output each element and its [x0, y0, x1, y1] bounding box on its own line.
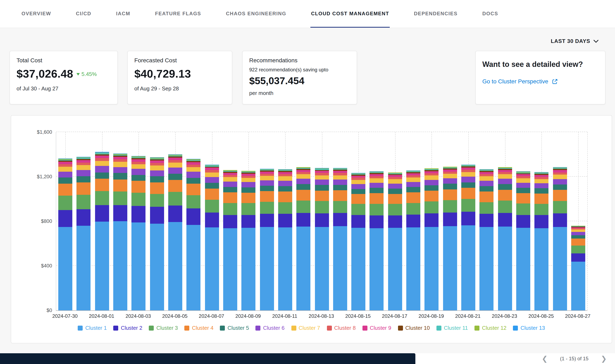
segment-cluster-1[interactable]	[58, 227, 72, 310]
segment-cluster-6[interactable]	[95, 166, 109, 172]
segment-cluster-6[interactable]	[516, 183, 530, 188]
segment-cluster-3[interactable]	[443, 200, 457, 213]
segment-cluster-9[interactable]	[77, 160, 91, 163]
bar-2024-07-31[interactable]	[77, 132, 91, 310]
segment-cluster-2[interactable]	[113, 205, 127, 221]
segment-cluster-4[interactable]	[168, 180, 182, 192]
segment-cluster-7[interactable]	[498, 174, 512, 179]
segment-cluster-5[interactable]	[370, 188, 384, 193]
segment-cluster-2[interactable]	[553, 213, 567, 227]
segment-cluster-1[interactable]	[498, 227, 512, 310]
segment-cluster-6[interactable]	[150, 170, 164, 176]
segment-cluster-8[interactable]	[516, 176, 530, 178]
segment-cluster-7[interactable]	[388, 179, 402, 184]
segment-cluster-5[interactable]	[443, 184, 457, 189]
segment-cluster-5[interactable]	[571, 235, 585, 239]
segment-cluster-9[interactable]	[168, 158, 182, 160]
segment-cluster-7[interactable]	[205, 172, 219, 177]
segment-cluster-9[interactable]	[296, 170, 310, 172]
segment-cluster-5[interactable]	[205, 183, 219, 188]
segment-cluster-9[interactable]	[534, 175, 548, 177]
segment-cluster-8[interactable]	[132, 162, 146, 164]
segment-cluster-1[interactable]	[150, 224, 164, 310]
segment-cluster-5[interactable]	[553, 184, 567, 190]
segment-cluster-4[interactable]	[132, 181, 146, 193]
segment-cluster-6[interactable]	[351, 184, 365, 189]
segment-cluster-5[interactable]	[351, 189, 365, 194]
bar-2024-08-06[interactable]	[187, 132, 201, 310]
bar-2024-08-11[interactable]	[278, 132, 292, 310]
segment-cluster-5[interactable]	[113, 173, 127, 179]
segment-cluster-1[interactable]	[77, 226, 91, 310]
page-next-icon[interactable]: ❯	[601, 355, 607, 362]
segment-cluster-7[interactable]	[296, 174, 310, 179]
segment-cluster-1[interactable]	[95, 222, 109, 310]
segment-cluster-5[interactable]	[461, 182, 475, 188]
segment-cluster-7[interactable]	[480, 176, 494, 181]
segment-cluster-9[interactable]	[205, 168, 219, 170]
segment-cluster-7[interactable]	[315, 175, 329, 180]
segment-cluster-3[interactable]	[370, 204, 384, 215]
segment-cluster-2[interactable]	[571, 253, 585, 262]
segment-cluster-5[interactable]	[534, 188, 548, 194]
segment-cluster-7[interactable]	[553, 175, 567, 179]
segment-cluster-3[interactable]	[205, 200, 219, 213]
segment-cluster-7[interactable]	[370, 179, 384, 183]
segment-cluster-8[interactable]	[461, 170, 475, 172]
segment-cluster-7[interactable]	[95, 161, 109, 166]
bar-2024-08-22[interactable]	[480, 132, 494, 310]
segment-cluster-9[interactable]	[187, 162, 201, 164]
segment-cluster-4[interactable]	[333, 190, 347, 201]
bar-2024-08-10[interactable]	[260, 132, 274, 310]
segment-cluster-5[interactable]	[58, 178, 72, 184]
segment-cluster-8[interactable]	[333, 173, 347, 175]
bar-2024-08-17[interactable]	[388, 132, 402, 310]
segment-cluster-2[interactable]	[370, 215, 384, 228]
segment-cluster-3[interactable]	[333, 201, 347, 213]
segment-cluster-3[interactable]	[242, 203, 256, 215]
bar-2024-08-09[interactable]	[242, 132, 256, 310]
segment-cluster-8[interactable]	[150, 163, 164, 166]
segment-cluster-6[interactable]	[406, 182, 420, 187]
bar-2024-08-18[interactable]	[406, 132, 420, 310]
segment-cluster-1[interactable]	[278, 227, 292, 310]
segment-cluster-2[interactable]	[58, 210, 72, 227]
segment-cluster-8[interactable]	[443, 172, 457, 174]
segment-cluster-7[interactable]	[571, 230, 585, 232]
bar-2024-07-30[interactable]	[58, 132, 72, 310]
segment-cluster-5[interactable]	[278, 186, 292, 191]
tab-overview[interactable]: OVERVIEW	[21, 0, 52, 28]
bar-2024-08-07[interactable]	[205, 132, 219, 310]
segment-cluster-8[interactable]	[260, 174, 274, 176]
segment-cluster-9[interactable]	[406, 173, 420, 175]
segment-cluster-4[interactable]	[461, 188, 475, 199]
tab-feature-flags[interactable]: FEATURE FLAGS	[154, 0, 202, 28]
bar-2024-08-08[interactable]	[223, 132, 237, 310]
segment-cluster-6[interactable]	[205, 177, 219, 183]
segment-cluster-7[interactable]	[113, 162, 127, 167]
segment-cluster-4[interactable]	[498, 190, 512, 201]
segment-cluster-3[interactable]	[168, 192, 182, 206]
segment-cluster-8[interactable]	[95, 158, 109, 161]
segment-cluster-1[interactable]	[370, 228, 384, 311]
segment-cluster-8[interactable]	[315, 173, 329, 175]
segment-cluster-4[interactable]	[351, 194, 365, 204]
segment-cluster-1[interactable]	[168, 222, 182, 310]
segment-cluster-6[interactable]	[296, 179, 310, 184]
segment-cluster-9[interactable]	[95, 156, 109, 158]
segment-cluster-9[interactable]	[443, 169, 457, 172]
segment-cluster-5[interactable]	[132, 175, 146, 181]
segment-cluster-3[interactable]	[406, 203, 420, 214]
segment-cluster-2[interactable]	[498, 213, 512, 227]
segment-cluster-3[interactable]	[260, 202, 274, 214]
segment-cluster-8[interactable]	[534, 177, 548, 179]
segment-cluster-1[interactable]	[443, 226, 457, 310]
legend-item-cluster-12[interactable]: Cluster 12	[475, 325, 506, 331]
segment-cluster-4[interactable]	[260, 191, 274, 202]
segment-cluster-2[interactable]	[461, 211, 475, 226]
segment-cluster-6[interactable]	[58, 172, 72, 178]
bar-2024-08-13[interactable]	[315, 132, 329, 310]
segment-cluster-5[interactable]	[406, 187, 420, 193]
segment-cluster-1[interactable]	[223, 228, 237, 311]
segment-cluster-6[interactable]	[242, 182, 256, 187]
